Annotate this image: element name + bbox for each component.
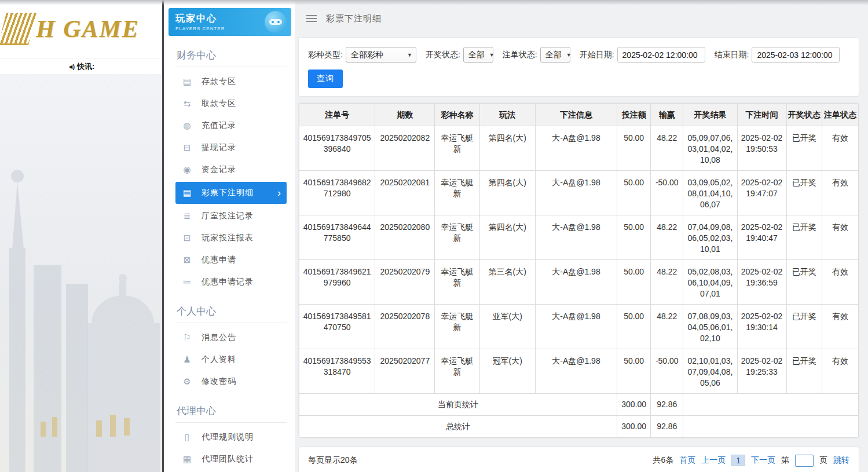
cell-bet-status: 有效 bbox=[822, 215, 858, 260]
lottery-bet-detail-icon: ▤ bbox=[181, 188, 193, 198]
chevron-right-icon: › bbox=[277, 188, 281, 198]
bet-status-label: 注单状态: bbox=[503, 50, 537, 60]
sidebar-item-profile[interactable]: ♟个人资料 bbox=[175, 349, 287, 371]
current-page[interactable]: 1 bbox=[731, 455, 745, 466]
summary-win-loss: 92.86 bbox=[651, 394, 683, 416]
sidebar-item-label: 玩家投注报表 bbox=[202, 233, 254, 243]
news-label: 快讯: bbox=[77, 61, 94, 72]
cell-win-loss: 48.22 bbox=[651, 215, 683, 260]
table-row: 40156917384970539684020250202082幸运飞艇新第四名… bbox=[299, 126, 859, 171]
cell-win-loss: 48.22 bbox=[651, 126, 683, 171]
lottery-type-value: 全部彩种 bbox=[351, 50, 383, 60]
lottery-type-label: 彩种类型: bbox=[308, 50, 343, 60]
lottery-type-select[interactable]: 全部彩种 ▼ bbox=[346, 47, 416, 63]
column-header-bet-amount: 投注额 bbox=[617, 104, 651, 126]
cell-bet-amount: 50.00 bbox=[617, 126, 651, 171]
jump-link[interactable]: 跳转 bbox=[833, 455, 849, 466]
hh-logo-mark-icon bbox=[0, 13, 36, 45]
cell-bet-amount: 50.00 bbox=[617, 215, 651, 260]
site-left-panel: H GAME ◄) 快讯: bbox=[0, 0, 162, 472]
brand-logo: H GAME bbox=[0, 0, 162, 58]
promo-apply-record-icon: ≔ bbox=[181, 277, 193, 287]
dropdown-arrow-icon: ▼ bbox=[489, 52, 495, 58]
funds-record-icon: ◉ bbox=[181, 164, 193, 175]
sidebar-item-agent-rules[interactable]: ▯代理规则说明 bbox=[175, 426, 287, 448]
sidebar-title: 玩家中心 bbox=[175, 13, 225, 25]
cell-bet-info: 大-A盘@1.98 bbox=[535, 171, 617, 215]
sidebar-item-label: 取款专区 bbox=[202, 98, 236, 109]
cell-lottery-name: 幸运飞艇新 bbox=[435, 305, 479, 349]
sidebar-item-player-bet-report[interactable]: ⊡玩家投注报表 bbox=[175, 227, 287, 249]
cell-win-loss: 48.22 bbox=[651, 260, 683, 305]
start-date-input[interactable] bbox=[617, 47, 705, 63]
table-row: 40156917384968271298020250202081幸运飞艇新第四名… bbox=[299, 171, 859, 215]
sidebar-item-deposit-zone[interactable]: ▤存款专区 bbox=[175, 71, 287, 93]
query-button[interactable]: 查询 bbox=[308, 69, 343, 88]
jump-suffix: 页 bbox=[819, 455, 827, 466]
page-size-text: 每页显示20条 bbox=[308, 455, 358, 466]
cell-bet-no: 401569173849644775850 bbox=[299, 215, 375, 260]
sidebar-item-label: 优惠申请 bbox=[202, 255, 236, 265]
cell-draw-status: 已开奖 bbox=[786, 126, 822, 171]
page-title: 彩票下注明细 bbox=[326, 13, 382, 24]
summary-label: 当前页统计 bbox=[299, 394, 617, 416]
cell-bet-status: 有效 bbox=[822, 171, 858, 215]
cell-bet-status: 有效 bbox=[822, 126, 858, 171]
main-content: 彩票下注明细 彩种类型: 全部彩种 ▼ 开奖状态: 全部 ▼ 注单状态: 全部 … bbox=[295, 0, 868, 472]
cell-draw-status: 已开奖 bbox=[786, 171, 822, 215]
cell-bet-amount: 50.00 bbox=[617, 305, 651, 349]
page-header: 彩票下注明细 bbox=[298, 0, 859, 37]
table-row: 40156917384958147075020250202078幸运飞艇新亚军(… bbox=[299, 305, 859, 349]
cell-bet-status: 有效 bbox=[822, 349, 858, 394]
column-header-win-loss: 输赢 bbox=[651, 104, 683, 126]
first-page-link[interactable]: 首页 bbox=[679, 455, 695, 466]
sidebar-item-agent-team-stats[interactable]: ▦代理团队统计 bbox=[175, 448, 287, 470]
start-date-label: 开始日期: bbox=[580, 50, 614, 60]
column-header-play-method: 玩法 bbox=[479, 104, 535, 126]
cell-period: 20250202079 bbox=[375, 260, 435, 305]
sidebar-item-recharge-record[interactable]: ◍充值记录 bbox=[175, 115, 287, 137]
cell-draw-result: 03,09,05,02,08,01,04,10,06,07 bbox=[683, 171, 737, 215]
sidebar-item-withdraw-zone[interactable]: ⇆取款专区 bbox=[175, 93, 287, 115]
cell-period: 20250202081 bbox=[375, 171, 435, 215]
jump-prefix: 第 bbox=[781, 455, 789, 466]
sidebar-item-promo-apply[interactable]: ⊠优惠申请 bbox=[175, 249, 287, 271]
pagination-bar: 每页显示20条 共6条 首页 上一页 1 下一页 第 页 跳转 bbox=[298, 447, 859, 472]
cell-lottery-name: 幸运飞艇新 bbox=[435, 171, 479, 215]
jump-page-input[interactable] bbox=[795, 455, 814, 467]
dropdown-arrow-icon: ▼ bbox=[566, 52, 572, 58]
filter-panel: 彩种类型: 全部彩种 ▼ 开奖状态: 全部 ▼ 注单状态: 全部 ▼ 开始日期:… bbox=[298, 37, 859, 97]
column-header-draw-result: 开奖结果 bbox=[683, 104, 737, 126]
cell-play-method: 冠军(大) bbox=[479, 349, 535, 394]
draw-status-select[interactable]: 全部 ▼ bbox=[463, 47, 493, 63]
bet-status-select[interactable]: 全部 ▼ bbox=[540, 47, 570, 63]
sidebar-header: 玩家中心 PLAYERS CENTER bbox=[169, 8, 291, 36]
promo-apply-icon: ⊠ bbox=[181, 255, 193, 265]
cell-bet-status: 有效 bbox=[822, 260, 858, 305]
prev-page-link[interactable]: 上一页 bbox=[701, 455, 726, 466]
agent-team-stats-icon: ▦ bbox=[181, 454, 193, 464]
table-row: 40156917384955331847020250202077幸运飞艇新冠军(… bbox=[299, 349, 859, 394]
next-page-link[interactable]: 下一页 bbox=[751, 455, 775, 466]
sidebar-item-label: 消息公告 bbox=[202, 332, 236, 343]
sidebar-item-lottery-bet-detail[interactable]: ▤彩票下注明细› bbox=[175, 182, 287, 204]
deposit-zone-icon: ▤ bbox=[181, 76, 193, 87]
sidebar-item-funds-record[interactable]: ◉资金记录 bbox=[175, 159, 287, 181]
sidebar-item-hall-bet-record[interactable]: ≣厅室投注记录 bbox=[175, 205, 287, 227]
cell-bet-amount: 50.00 bbox=[617, 260, 651, 305]
menu-toggle-icon[interactable] bbox=[305, 13, 318, 24]
bet-status-value: 全部 bbox=[545, 50, 562, 60]
withdraw-zone-icon: ⇆ bbox=[181, 98, 193, 109]
cell-draw-status: 已开奖 bbox=[786, 349, 822, 394]
sidebar-item-promo-apply-record[interactable]: ≔优惠申请记录 bbox=[175, 271, 287, 293]
end-date-input[interactable] bbox=[752, 47, 840, 63]
sidebar-item-withdraw-record[interactable]: ⊟提现记录 bbox=[175, 137, 287, 159]
background-cityscape bbox=[0, 74, 162, 472]
section-title: 代理中心 bbox=[175, 398, 287, 423]
table-body: 40156917384970539684020250202082幸运飞艇新第四名… bbox=[299, 126, 859, 438]
sidebar-item-label: 代理规则说明 bbox=[202, 432, 254, 442]
sidebar-item-message-notice[interactable]: ⚐消息公告 bbox=[175, 327, 287, 349]
column-header-bet-no: 注单号 bbox=[299, 104, 375, 126]
sidebar-item-change-password[interactable]: ⚙修改密码 bbox=[175, 371, 287, 393]
agent-rules-icon: ▯ bbox=[181, 432, 193, 442]
